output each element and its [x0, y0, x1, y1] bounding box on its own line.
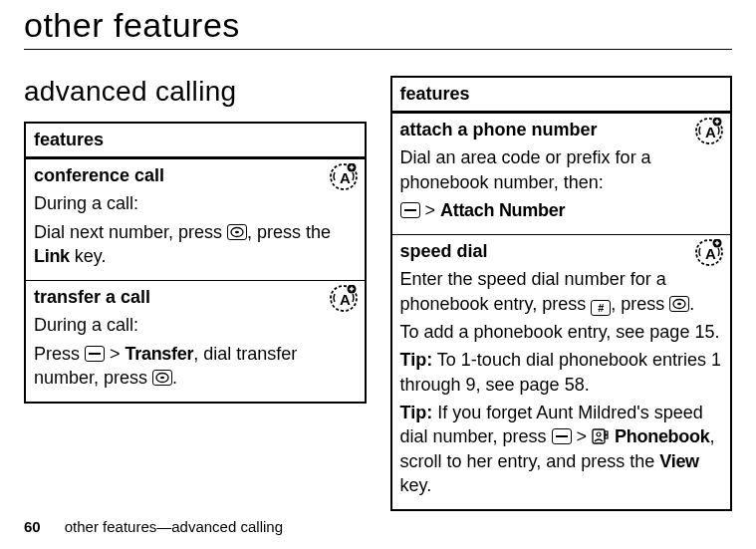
right-table-header: features	[391, 77, 732, 113]
phonebook-icon	[592, 426, 610, 442]
footer-breadcrumb: other features—advanced calling	[65, 518, 283, 535]
content-columns: advanced calling features conference cal…	[24, 76, 732, 511]
left-column: advanced calling features conference cal…	[24, 76, 367, 404]
call-key-icon	[227, 224, 247, 240]
feature-line: During a call:	[34, 191, 357, 215]
table-row: speed dial Enter the speed dial number f…	[391, 235, 732, 510]
network-badge-icon	[694, 118, 724, 145]
page-footer: 60other features—advanced calling	[24, 518, 283, 535]
transfer-menu-item: Transfer	[126, 344, 194, 364]
menu-key-icon	[85, 346, 105, 362]
text-span: .	[689, 294, 694, 314]
feature-line: Dial an area code or prefix for a phoneb…	[400, 145, 723, 194]
feature-tip: Tip: If you forget Aunt Mildred's speed …	[400, 401, 723, 497]
feature-title: conference call	[34, 163, 357, 187]
hash-key-icon	[591, 300, 611, 316]
network-badge-icon	[694, 239, 724, 267]
title-rule	[24, 49, 732, 50]
tip-label: Tip:	[400, 350, 433, 370]
call-key-icon	[669, 296, 689, 312]
page-title: other features	[24, 6, 732, 45]
text-span: key.	[70, 246, 107, 266]
feature-line: Dial next number, press , press the Link…	[34, 220, 357, 269]
table-row: transfer a call During a call: Press > T…	[25, 281, 366, 404]
network-badge-icon	[329, 163, 359, 191]
tip-label: Tip:	[400, 403, 433, 422]
left-features-table: features conference call During a call: …	[24, 122, 367, 404]
phonebook-menu-item: Phonebook	[615, 426, 709, 446]
text-span: , press	[611, 294, 669, 314]
table-row: attach a phone number Dial an area code …	[391, 113, 732, 235]
attach-number-menu-item: Attach Number	[440, 200, 565, 220]
text-span: Press	[34, 344, 85, 364]
feature-line: Press > Transfer, dial transfer number, …	[34, 342, 357, 391]
text-span: To 1-touch dial phonebook entries 1 thro…	[400, 350, 722, 394]
call-key-icon	[152, 370, 172, 386]
table-row: conference call During a call: Dial next…	[25, 158, 366, 281]
page-number: 60	[24, 518, 41, 535]
feature-title: transfer a call	[34, 285, 357, 309]
right-features-table: features attach a phone number Dial an a…	[390, 76, 733, 511]
feature-line: > Attach Number	[400, 198, 723, 222]
link-softkey: Link	[34, 246, 70, 266]
text-span: , press the	[247, 222, 331, 242]
text-span: >	[572, 426, 593, 446]
left-table-header: features	[25, 123, 366, 158]
feature-title: attach a phone number	[400, 118, 723, 141]
feature-line: To add a phonebook entry, see page 15.	[400, 320, 723, 344]
section-heading: advanced calling	[24, 76, 367, 108]
feature-line: During a call:	[34, 313, 357, 337]
feature-title: speed dial	[400, 239, 723, 263]
network-badge-icon	[329, 285, 359, 313]
text-span: >	[420, 200, 441, 220]
text-span: key.	[400, 475, 432, 495]
feature-tip: Tip: To 1-touch dial phonebook entries 1…	[400, 348, 723, 397]
text-span: .	[172, 368, 177, 388]
menu-key-icon	[400, 202, 420, 218]
view-softkey: View	[659, 451, 699, 471]
menu-key-icon	[552, 428, 572, 444]
text-span: Dial next number, press	[34, 222, 227, 242]
feature-line: Enter the speed dial number for a phoneb…	[400, 267, 723, 316]
right-column: features attach a phone number Dial an a…	[390, 76, 733, 511]
text-span: >	[105, 344, 126, 364]
